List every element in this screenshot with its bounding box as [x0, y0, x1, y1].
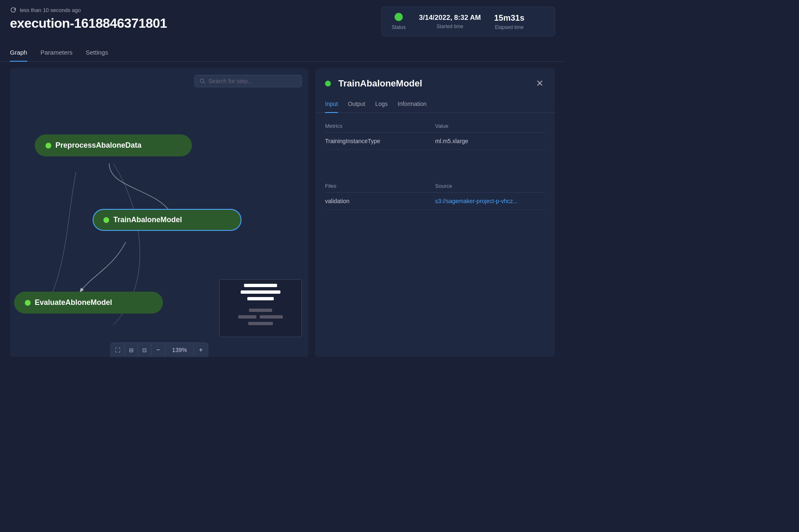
metrics-section: Metrics Value TrainingInstanceType ml.m5…	[325, 120, 545, 150]
info-table: Metrics Value TrainingInstanceType ml.m5…	[315, 113, 555, 357]
files-row-0: validation s3://sagemaker-project-p-vhcz…	[325, 193, 545, 210]
node-label-evaluate: EvaluateAbloneModel	[35, 298, 112, 307]
elapsed-time-value: 15m31s	[494, 13, 524, 23]
zoom-value: 139%	[165, 343, 194, 357]
status-label: Status	[392, 24, 406, 30]
graph-panel: PreprocessAbaloneData TrainAbaloneModel …	[10, 68, 309, 357]
main-content: PreprocessAbaloneData TrainAbaloneModel …	[0, 62, 565, 364]
metrics-col1-header: Metrics	[325, 123, 435, 129]
info-panel-title-text: TrainAbaloneModel	[338, 78, 422, 89]
metrics-row-0-col2: ml.m5.xlarge	[435, 138, 545, 144]
metrics-row-0: TrainingInstanceType ml.m5.xlarge	[325, 133, 545, 150]
files-section: Files Source validation s3://sagemaker-p…	[325, 180, 545, 210]
started-time-label: Started time	[437, 24, 464, 29]
node-dot-preprocess	[45, 143, 51, 149]
zoom-out-btn[interactable]: −	[151, 343, 165, 357]
status-box: Status 3/14/2022, 8:32 AM Started time 1…	[381, 7, 555, 36]
zoom-fit-btn[interactable]: ⛶	[111, 344, 125, 357]
tab-settings[interactable]: Settings	[86, 45, 108, 62]
zoom-center-btn[interactable]: ⊟	[125, 344, 138, 357]
node-train[interactable]: TrainAbaloneModel	[93, 209, 242, 231]
info-panel: TrainAbaloneModel ✕ Input Output Logs In…	[315, 68, 555, 357]
info-panel-status-dot	[325, 81, 331, 86]
minimap	[219, 279, 302, 337]
metrics-col2-header: Value	[435, 123, 545, 129]
files-header: Files Source	[325, 180, 545, 193]
status-item-status: Status	[392, 13, 406, 30]
info-tab-information[interactable]: Information	[398, 97, 427, 113]
info-panel-header: TrainAbaloneModel ✕	[315, 68, 555, 91]
metrics-header: Metrics Value	[325, 120, 545, 133]
refresh-row: less than 10 seconds ago	[10, 7, 167, 13]
tab-parameters[interactable]: Parameters	[41, 45, 73, 62]
status-item-elapsed: 15m31s Elapsed time	[494, 13, 524, 30]
node-dot-evaluate	[25, 300, 31, 306]
tab-graph[interactable]: Graph	[10, 45, 27, 62]
page-header: less than 10 seconds ago execution-16188…	[0, 0, 565, 36]
metrics-row-0-col1: TrainingInstanceType	[325, 138, 435, 144]
tabs-bar: Graph Parameters Settings	[0, 45, 565, 62]
zoom-controls: ⛶ ⊟ ⊡ − 139% +	[110, 343, 208, 357]
elapsed-time-label: Elapsed time	[495, 24, 524, 30]
refresh-label: less than 10 seconds ago	[20, 7, 81, 13]
spacer	[325, 160, 545, 180]
info-tab-input[interactable]: Input	[325, 97, 338, 113]
files-row-0-col1: validation	[325, 198, 435, 204]
info-panel-tabs: Input Output Logs Information	[315, 97, 555, 113]
zoom-in-btn[interactable]: +	[194, 343, 208, 357]
node-preprocess[interactable]: PreprocessAbaloneData	[35, 134, 192, 156]
graph-canvas: PreprocessAbaloneData TrainAbaloneModel …	[10, 68, 309, 357]
refresh-icon	[10, 7, 17, 13]
files-col2-header: Source	[435, 183, 545, 189]
status-item-started: 3/14/2022, 8:32 AM Started time	[419, 14, 481, 29]
info-tab-output[interactable]: Output	[348, 97, 365, 113]
status-dot	[395, 13, 403, 21]
info-panel-title: TrainAbaloneModel	[325, 78, 422, 89]
node-label-preprocess: PreprocessAbaloneData	[55, 141, 141, 150]
node-dot-train	[103, 217, 109, 223]
info-panel-close-btn[interactable]: ✕	[534, 77, 545, 91]
info-tab-logs[interactable]: Logs	[375, 97, 388, 113]
files-col1-header: Files	[325, 183, 435, 189]
files-row-0-col2[interactable]: s3://sagemaker-project-p-vhcz...	[435, 198, 545, 204]
started-time-value: 3/14/2022, 8:32 AM	[419, 14, 481, 22]
execution-title: execution-1618846371801	[10, 16, 167, 31]
zoom-lock-btn[interactable]: ⊡	[138, 344, 151, 357]
node-evaluate[interactable]: EvaluateAbloneModel	[14, 292, 163, 314]
node-label-train: TrainAbaloneModel	[113, 216, 182, 224]
